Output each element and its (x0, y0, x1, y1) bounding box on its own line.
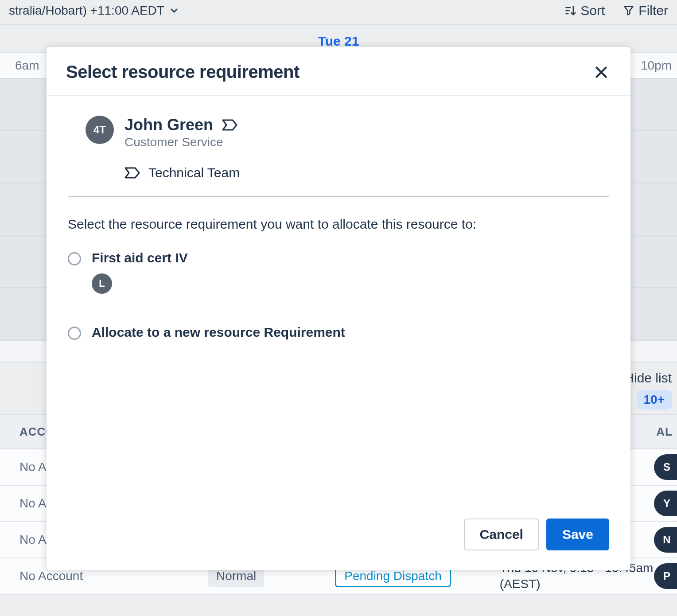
timezone-selector[interactable]: stralia/Hobart) +11:00 AEDT (9, 4, 179, 18)
hour-label: 6am (15, 58, 39, 73)
column-al[interactable]: AL (656, 425, 677, 439)
modal-prompt: Select the resource requirement you want… (68, 217, 609, 232)
requirement-option[interactable]: First aid cert IV L (68, 250, 609, 294)
resource-role: Customer Service (125, 135, 240, 149)
topbar: stralia/Hobart) +11:00 AEDT Sort Filter (0, 0, 677, 21)
tag-icon (222, 119, 238, 131)
radio-button[interactable] (68, 252, 81, 265)
option-label: Allocate to a new resource Requirement (92, 325, 345, 340)
radio-button[interactable] (68, 327, 81, 340)
resource-block: 4T John Green Customer Service Technical… (68, 116, 609, 180)
sort-label: Sort (580, 3, 605, 18)
avatar: N (654, 527, 677, 553)
resource-avatar: 4T (86, 116, 114, 144)
chevron-down-icon (169, 5, 179, 16)
resource-tag-row: Technical Team (125, 165, 240, 180)
cancel-button[interactable]: Cancel (464, 519, 539, 550)
save-button[interactable]: Save (546, 519, 609, 550)
modal-footer: Cancel Save (47, 519, 630, 570)
filter-label: Filter (638, 3, 668, 18)
modal-body: 4T John Green Customer Service Technical… (47, 96, 630, 519)
resource-name: John Green (125, 116, 213, 134)
sort-button[interactable]: Sort (564, 3, 605, 18)
modal-title: Select resource requirement (66, 62, 300, 82)
option-label: First aid cert IV (92, 250, 188, 265)
filter-icon (623, 4, 635, 17)
resource-tag: Technical Team (148, 165, 240, 180)
avatar: S (654, 454, 677, 480)
tag-icon (125, 167, 140, 179)
hide-list-button[interactable]: Hide list (624, 370, 672, 386)
modal-header: Select resource requirement (47, 47, 630, 96)
assigned-avatar: L (92, 273, 112, 294)
avatar: Y (654, 491, 677, 516)
modal-overlay: Select resource requirement 4T John Gree… (0, 0, 677, 616)
account-cell: No Account (0, 569, 208, 583)
filter-button[interactable]: Filter (623, 3, 668, 18)
avatar: P (654, 563, 677, 589)
close-button[interactable] (591, 62, 611, 82)
divider (68, 196, 609, 197)
sort-icon (564, 4, 577, 17)
timezone-label: stralia/Hobart) +11:00 AEDT (9, 4, 164, 18)
count-badge[interactable]: 10+ (637, 390, 672, 409)
select-resource-requirement-modal: Select resource requirement 4T John Gree… (47, 47, 630, 570)
close-icon (593, 64, 609, 80)
hour-label: 10pm (641, 58, 672, 73)
requirement-option-new[interactable]: Allocate to a new resource Requirement (68, 325, 609, 340)
